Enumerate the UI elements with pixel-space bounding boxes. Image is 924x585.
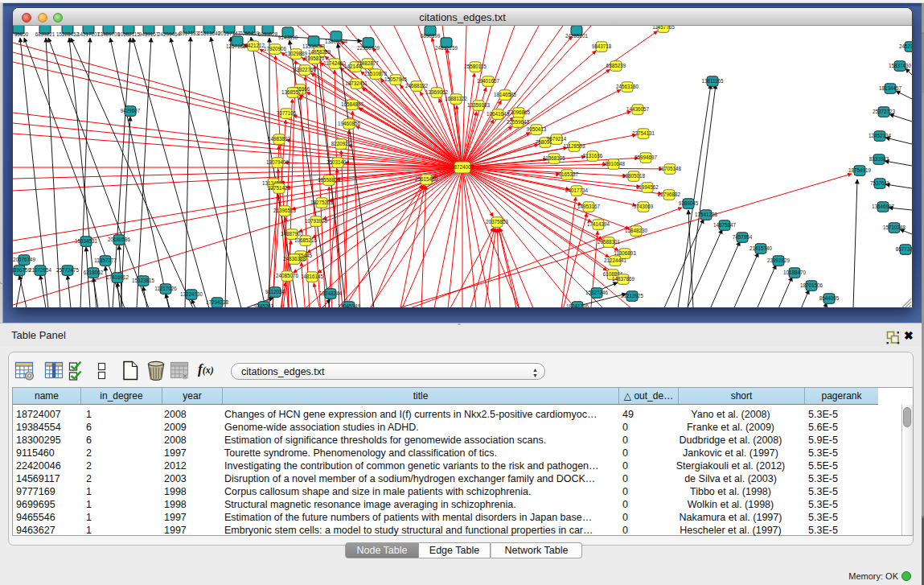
svg-text:20180586: 20180586	[108, 237, 131, 242]
svg-text:6999828: 6999828	[258, 31, 278, 37]
svg-text:17541238: 17541238	[695, 212, 718, 217]
svg-text:23096865: 23096865	[507, 109, 531, 115]
svg-text:21705148: 21705148	[659, 166, 682, 171]
svg-text:21510878: 21510878	[364, 71, 388, 76]
svg-text:24085076: 24085076	[276, 273, 299, 278]
svg-text:24688132: 24688132	[405, 83, 429, 89]
svg-text:9743069: 9743069	[634, 204, 654, 209]
svg-text:16584847: 16584847	[341, 101, 364, 107]
svg-text:25615450: 25615450	[415, 176, 438, 182]
svg-text:25031404: 25031404	[326, 159, 350, 165]
svg-text:22956909: 22956909	[357, 45, 380, 51]
svg-text:13369062: 13369062	[425, 89, 449, 95]
svg-text:8131636: 8131636	[583, 153, 603, 159]
svg-text:20076749: 20076749	[13, 257, 35, 262]
svg-text:18421212: 18421212	[242, 43, 265, 48]
svg-text:13685577: 13685577	[281, 89, 305, 95]
svg-text:9143890: 9143890	[278, 35, 298, 40]
svg-text:14875847: 14875847	[713, 222, 737, 228]
svg-text:20165337: 20165337	[556, 171, 579, 177]
svg-text:24832259: 24832259	[435, 45, 458, 51]
svg-text:8644095: 8644095	[819, 295, 840, 301]
svg-text:10685216: 10685216	[294, 237, 318, 243]
svg-text:22751421: 22751421	[268, 185, 291, 191]
svg-text:11357277: 11357277	[94, 257, 117, 263]
svg-text:15837430: 15837430	[889, 63, 912, 68]
svg-text:14887903: 14887903	[281, 231, 304, 237]
svg-text:20157347: 20157347	[218, 31, 241, 36]
svg-text:25580115: 25580115	[464, 64, 487, 69]
svg-text:22559643: 22559643	[507, 119, 530, 125]
svg-text:20375853: 20375853	[486, 219, 509, 225]
svg-text:21396513: 21396513	[273, 208, 297, 213]
svg-text:24563180: 24563180	[616, 84, 639, 89]
svg-text:6839221: 6839221	[35, 31, 55, 37]
svg-text:19460856: 19460856	[338, 121, 361, 126]
svg-text:24285201: 24285201	[565, 33, 589, 39]
svg-text:9389045: 9389045	[679, 200, 699, 206]
svg-text:21213925: 21213925	[621, 293, 644, 299]
svg-text:25372723: 25372723	[873, 109, 896, 114]
svg-text:9843718: 9843718	[592, 43, 612, 49]
svg-text:24299464: 24299464	[158, 31, 181, 37]
svg-text:17920906: 17920906	[264, 46, 287, 51]
svg-text:23754131: 23754131	[632, 130, 655, 136]
svg-text:6218062: 6218062	[84, 270, 104, 275]
svg-text:11742460: 11742460	[323, 60, 346, 66]
svg-text:13646997: 13646997	[872, 204, 895, 209]
svg-text:13806804: 13806804	[325, 39, 348, 44]
svg-text:9735650: 9735650	[13, 31, 29, 37]
svg-text:8220921: 8220921	[331, 141, 351, 146]
svg-text:10793975: 10793975	[305, 218, 328, 224]
svg-text:11457765: 11457765	[652, 26, 675, 30]
svg-text:15057945: 15057945	[384, 76, 408, 82]
svg-text:9439167: 9439167	[139, 31, 159, 37]
svg-text:14816145: 14816145	[301, 274, 324, 279]
svg-text:25994697: 25994697	[634, 154, 658, 160]
svg-text:19401657: 19401657	[477, 78, 500, 84]
svg-text:7457954: 7457954	[733, 234, 753, 240]
svg-text:18910648: 18910648	[602, 161, 626, 167]
svg-text:11128503: 11128503	[563, 143, 585, 149]
svg-text:9112034: 9112034	[265, 289, 285, 295]
svg-text:10188470: 10188470	[783, 270, 807, 275]
svg-text:24523409: 24523409	[899, 43, 912, 49]
svg-text:9245263: 9245263	[254, 303, 274, 307]
svg-text:8917183: 8917183	[179, 31, 199, 36]
svg-text:8333883: 8333883	[869, 156, 889, 162]
svg-text:12452134: 12452134	[869, 133, 892, 138]
svg-text:25772475: 25772475	[56, 267, 80, 273]
svg-text:18045349: 18045349	[338, 303, 361, 307]
svg-text:21415740: 21415740	[749, 245, 773, 251]
svg-text:14983893: 14983893	[268, 136, 291, 142]
svg-text:19275203: 19275203	[310, 200, 334, 205]
svg-text:8677374: 8677374	[896, 246, 912, 252]
svg-text:17414394: 17414394	[587, 221, 610, 227]
svg-text:17416912: 17416912	[106, 274, 129, 280]
svg-text:20588301: 20588301	[598, 239, 621, 245]
svg-text:11994562: 11994562	[636, 184, 659, 190]
svg-text:16558837: 16558837	[318, 177, 341, 183]
svg-text:23992829: 23992829	[767, 257, 791, 263]
svg-text:15327246: 15327246	[585, 290, 609, 295]
svg-text:13811165: 13811165	[701, 78, 724, 84]
svg-text:18805018: 18805018	[622, 173, 646, 179]
svg-text:15228452: 15228452	[56, 31, 80, 37]
svg-text:14436057: 14436057	[626, 106, 650, 112]
svg-text:18701506: 18701506	[800, 282, 823, 288]
svg-text:17294238: 17294238	[206, 299, 229, 305]
svg-text:13224730: 13224730	[180, 291, 203, 297]
svg-text:16881122: 16881122	[445, 96, 467, 101]
svg-text:18146585: 18146585	[494, 92, 517, 97]
svg-text:24836388: 24836388	[283, 256, 306, 262]
svg-text:13359183: 13359183	[467, 102, 491, 108]
svg-text:8395870: 8395870	[305, 56, 325, 61]
svg-text:14837869: 14837869	[612, 276, 635, 282]
svg-text:11306893: 11306893	[614, 250, 636, 256]
svg-text:18754919: 18754919	[848, 167, 872, 173]
svg-text:18724007: 18724007	[451, 164, 474, 170]
svg-text:7537611: 7537611	[870, 180, 890, 186]
svg-text:24017734: 24017734	[565, 187, 589, 193]
svg-text:6385239: 6385239	[606, 63, 626, 68]
svg-text:21072954: 21072954	[29, 267, 52, 273]
